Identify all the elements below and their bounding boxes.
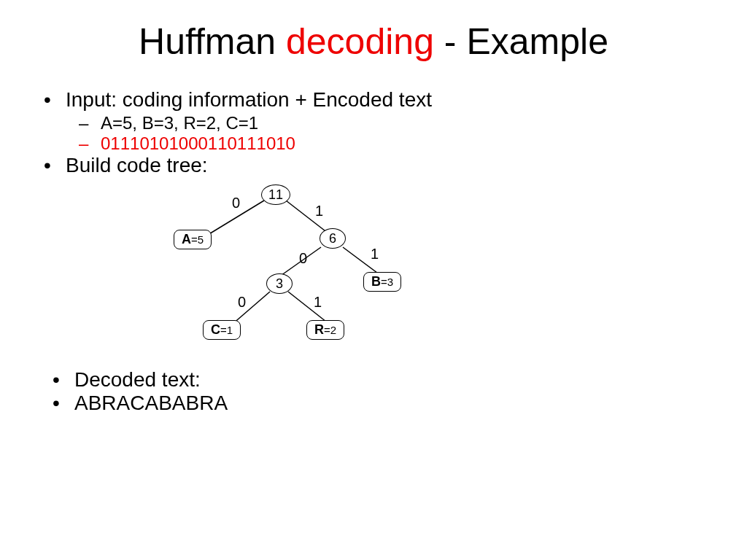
edge-n6-right: 1	[371, 246, 379, 262]
build-tree-text: Build code tree:	[66, 154, 208, 177]
dash-icon: –	[79, 133, 101, 154]
slide-title: Huffman decoding - Example	[0, 0, 747, 63]
title-part1: Huffman	[139, 21, 286, 62]
node-3-val: 3	[276, 276, 283, 292]
leaf-r-letter: R	[314, 322, 324, 338]
node-6: 6	[320, 228, 346, 249]
edge-n3-left: 0	[238, 294, 246, 311]
leaf-b-val: =3	[381, 276, 393, 288]
edge-root-right: 1	[315, 203, 323, 219]
decoded-value-text: ABRACABABRA	[74, 392, 228, 415]
bullet-build: • Build code tree:	[44, 154, 703, 177]
leaf-b-letter: B	[371, 274, 381, 289]
tree-diagram: 11 6 3 A=5 B=3 C=1 R=2 0 1 0 1 0 1	[44, 179, 703, 368]
leaf-c-letter: C	[211, 322, 220, 338]
title-part3: - Example	[434, 21, 608, 62]
bullet-decoded-label: • Decoded text:	[53, 368, 747, 392]
leaf-c-val: =1	[220, 324, 233, 336]
bullet-dot-icon: •	[53, 368, 74, 392]
bullet-encoded: – 01110101000110111010	[79, 133, 703, 154]
edge-n3-right: 1	[314, 294, 322, 311]
leaf-a-letter: A	[182, 232, 191, 247]
edge-root-left: 0	[232, 195, 240, 211]
bottom-bullets: • Decoded text: • ABRACABABRA	[0, 368, 747, 415]
encoded-bits-text: 01110101000110111010	[101, 133, 295, 154]
bullet-freq: – A=5, B=3, R=2, C=1	[79, 113, 703, 133]
title-part2: decoding	[286, 21, 434, 62]
node-root: 11	[261, 184, 290, 205]
bullet-dot-icon: •	[53, 392, 74, 415]
leaf-a-val: =5	[191, 233, 204, 246]
bullet-dot-icon: •	[44, 88, 66, 112]
bullet-input: • Input: coding information + Encoded te…	[44, 88, 703, 112]
leaf-c: C=1	[203, 320, 241, 340]
content-area: • Input: coding information + Encoded te…	[0, 63, 747, 368]
edge-n6-left: 0	[299, 250, 307, 267]
leaf-a: A=5	[174, 230, 212, 249]
leaf-r: R=2	[306, 320, 344, 340]
bullet-input-text: Input: coding information + Encoded text	[66, 88, 432, 112]
leaf-r-val: =2	[324, 324, 336, 336]
decoded-label-text: Decoded text:	[74, 368, 201, 392]
node-3: 3	[266, 273, 293, 294]
node-root-val: 11	[268, 187, 283, 203]
node-6-val: 6	[329, 231, 336, 246]
bullet-dot-icon: •	[44, 154, 66, 177]
dash-icon: –	[79, 113, 101, 133]
bullet-decoded-value: • ABRACABABRA	[53, 392, 747, 415]
leaf-b: B=3	[363, 272, 401, 292]
freq-text: A=5, B=3, R=2, C=1	[101, 113, 258, 133]
